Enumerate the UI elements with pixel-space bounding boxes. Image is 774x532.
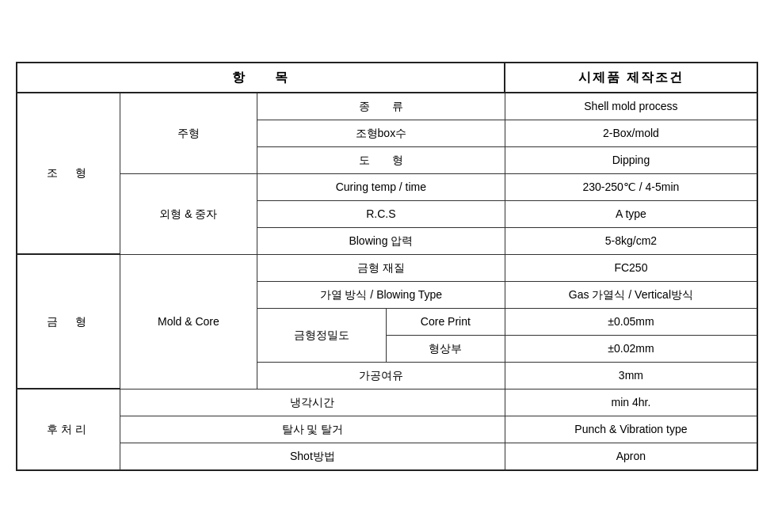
table-row: Shot방법 Apron (17, 443, 757, 470)
row-shape-value: ±0.02mm (505, 335, 757, 362)
row-jongryu-label: 종 류 (257, 93, 505, 120)
table-row: 조 형 주형 종 류 Shell mold process (17, 93, 757, 120)
row-coreprint-label: Core Print (386, 308, 505, 335)
group-label-juform: 주형 (120, 93, 257, 174)
row-coreprint-value: ±0.05mm (505, 308, 757, 335)
row-precision-label: 금형정밀도 (257, 308, 386, 362)
row-cooling-value: min 4hr. (505, 389, 757, 416)
row-heating-value: Gas 가열식 / Vertical방식 (505, 281, 757, 308)
row-material-label: 금형 재질 (257, 254, 505, 281)
row-blasting-label: 탈사 및 탈거 (120, 416, 505, 443)
row-shape-label: 형상부 (386, 335, 505, 362)
row-rcs-value: A type (505, 200, 757, 227)
row-blowing-value: 5-8kg/cm2 (505, 227, 757, 254)
row-curing-label: Curing temp / time (257, 173, 505, 200)
group-label-oehyung: 외형 & 중자 (120, 173, 257, 254)
section-label-joform: 조 형 (17, 93, 120, 255)
section-label-postprocess: 후처리 (17, 389, 120, 470)
header-items: 항 목 (17, 63, 505, 93)
header-row: 항 목 시제품 제작조건 (17, 63, 757, 93)
row-blasting-value: Punch & Vibration type (505, 416, 757, 443)
row-rcs-label: R.C.S (257, 200, 505, 227)
row-cooling-label: 냉각시간 (120, 389, 505, 416)
row-shot-label: Shot방법 (120, 443, 505, 470)
row-blowing-label: Blowing 압력 (257, 227, 505, 254)
table-row: 탈사 및 탈거 Punch & Vibration type (17, 416, 757, 443)
row-allowance-value: 3mm (505, 362, 757, 389)
table-wrapper: 항 목 시제품 제작조건 조 형 주형 종 류 Shell mold proce… (0, 46, 774, 487)
row-shot-value: Apron (505, 443, 757, 470)
row-curing-value: 230-250℃ / 4-5min (505, 173, 757, 200)
table-row: 금 형 Mold & Core 금형 재질 FC250 (17, 254, 757, 281)
row-material-value: FC250 (505, 254, 757, 281)
table-row: 외형 & 중자 Curing temp / time 230-250℃ / 4-… (17, 173, 757, 200)
row-boxsu-value: 2-Box/mold (505, 120, 757, 146)
table-row: 후처리 냉각시간 min 4hr. (17, 389, 757, 416)
row-dohyung-value: Dipping (505, 146, 757, 173)
row-allowance-label: 가공여유 (257, 362, 505, 389)
row-dohyung-label: 도 형 (257, 146, 505, 173)
row-boxsu-label: 조형box수 (257, 120, 505, 146)
header-condition: 시제품 제작조건 (505, 63, 757, 93)
row-heating-label: 가열 방식 / Blowing Type (257, 281, 505, 308)
section-label-geumhyung: 금 형 (17, 254, 120, 389)
group-label-mold: Mold & Core (120, 254, 257, 389)
main-table: 항 목 시제품 제작조건 조 형 주형 종 류 Shell mold proce… (16, 62, 758, 471)
row-jongryu-value: Shell mold process (505, 93, 757, 120)
